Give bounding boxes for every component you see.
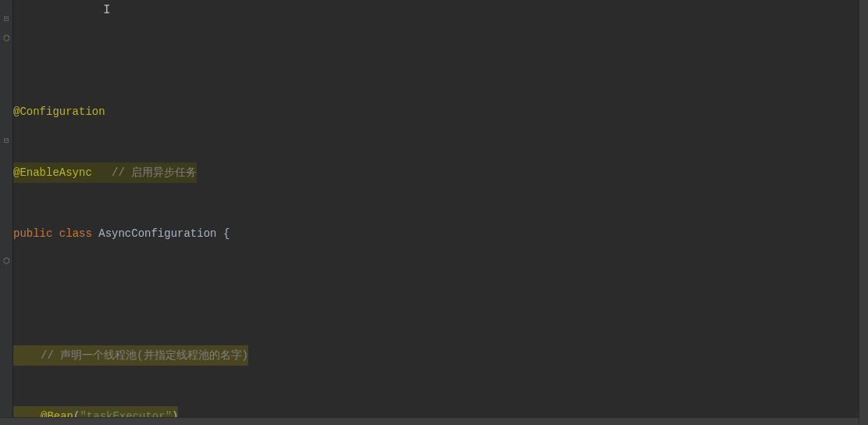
fold-marker[interactable]: ⊟ <box>2 136 11 145</box>
comment: // 启用异步任务 <box>112 166 197 179</box>
class-name: AsyncConfiguration <box>98 227 216 240</box>
gutter: ⊟ ⬡ ⊟ ⬡ <box>0 0 13 425</box>
code-line <box>13 284 868 305</box>
code-editor[interactable]: ⊟ ⬡ ⊟ ⬡ I @Configuration @EnableAsync //… <box>0 0 868 425</box>
code-line <box>13 41 868 61</box>
annotation: @EnableAsync <box>13 166 92 179</box>
override-marker[interactable]: ⬡ <box>2 257 11 266</box>
horizontal-scrollbar[interactable] <box>0 417 859 425</box>
fold-marker[interactable]: ⊟ <box>2 14 11 23</box>
vertical-scrollbar[interactable] <box>859 0 868 425</box>
code-content[interactable]: I @Configuration @EnableAsync // 启用异步任务 … <box>13 0 868 425</box>
punctuation: { <box>223 227 229 240</box>
text-cursor-icon: I <box>103 0 105 14</box>
code-line: // 声明一个线程池(并指定线程池的名字) <box>13 345 868 366</box>
code-line: @Configuration <box>13 102 868 122</box>
comment: // 声明一个线程池(并指定线程池的名字) <box>41 349 248 362</box>
code-line: @EnableAsync // 启用异步任务 <box>13 162 868 183</box>
spacing <box>92 166 112 179</box>
keyword: class <box>59 227 92 240</box>
keyword: public <box>13 227 52 240</box>
code-line: public class AsyncConfiguration { <box>13 223 868 244</box>
override-marker[interactable]: ⬡ <box>2 34 11 44</box>
annotation: @Configuration <box>13 105 105 118</box>
